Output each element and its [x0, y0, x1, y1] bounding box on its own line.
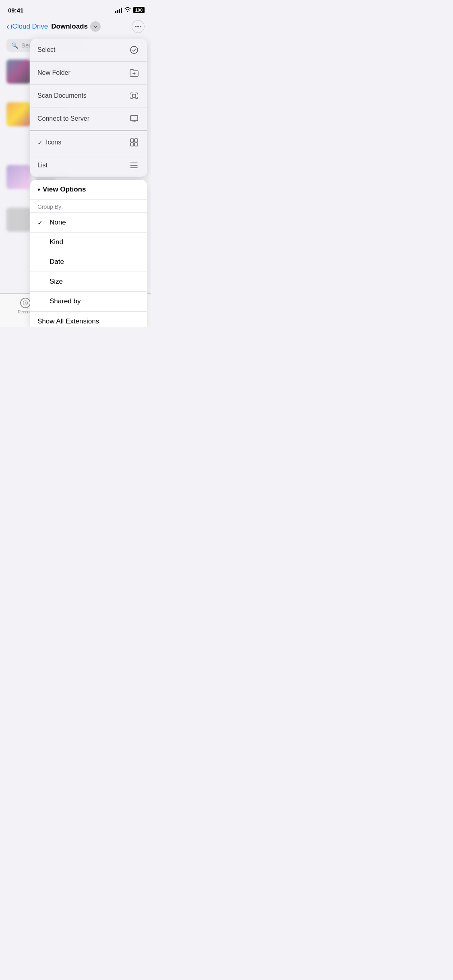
battery-icon: 100 — [133, 7, 145, 13]
vo-item-size-label: Size — [50, 278, 63, 286]
ellipsis-icon — [135, 26, 141, 27]
menu-item-list-label: List — [37, 162, 48, 169]
menu-item-scan-label: Scan Documents — [37, 92, 87, 99]
menu-item-connect-to-server[interactable]: Connect to Server — [30, 107, 147, 130]
vo-item-none-label: None — [50, 218, 66, 226]
vo-item-show-all-extensions[interactable]: Show All Extensions — [30, 311, 147, 327]
none-checkmark: ✓ — [37, 219, 46, 226]
svg-point-0 — [130, 46, 138, 54]
grid-icon — [128, 137, 140, 148]
signal-bars-icon — [115, 8, 122, 13]
menu-item-new-folder[interactable]: New Folder — [30, 62, 147, 84]
nav-dropdown-button[interactable] — [90, 21, 101, 32]
menu-upper-section: Select New Folder Scan Documents — [30, 39, 147, 177]
vo-item-date[interactable]: Date — [30, 252, 147, 272]
svg-rect-1 — [132, 94, 136, 97]
menu-item-scan-documents[interactable]: Scan Documents — [30, 84, 147, 107]
svg-rect-3 — [130, 139, 134, 142]
svg-rect-2 — [130, 115, 138, 121]
show-all-extensions-label: Show All Extensions — [37, 317, 99, 325]
svg-rect-6 — [134, 143, 138, 146]
wifi-icon — [124, 7, 131, 13]
menu-item-icons-left: ✓ Icons — [37, 139, 61, 146]
vo-item-none[interactable]: ✓ None — [30, 213, 147, 233]
vo-item-shared-by-label: Shared by — [50, 297, 81, 305]
menu-item-new-folder-label: New Folder — [37, 69, 70, 76]
view-options-chevron-icon: ▾ — [37, 186, 40, 193]
chevron-down-icon — [93, 25, 97, 28]
vo-item-kind-label: Kind — [50, 238, 63, 246]
menu-item-connect-label: Connect to Server — [37, 115, 89, 122]
vo-item-shared-by[interactable]: Shared by — [30, 292, 147, 311]
circle-check-icon — [128, 44, 140, 56]
view-options-label: View Options — [43, 185, 86, 194]
more-options-button[interactable] — [132, 20, 145, 33]
view-options-header[interactable]: ▾ View Options — [30, 180, 147, 200]
svg-rect-5 — [130, 143, 134, 146]
vo-item-date-label: Date — [50, 258, 64, 266]
menu-item-select[interactable]: Select — [30, 39, 147, 62]
list-icon — [128, 160, 140, 171]
menu-item-icons[interactable]: ✓ Icons — [30, 131, 147, 154]
menu-item-select-label: Select — [37, 46, 55, 54]
menu-item-icons-label: Icons — [46, 139, 61, 146]
monitor-icon — [128, 113, 140, 124]
view-options-section: ▾ View Options Group By: ✓ None Kind Dat… — [30, 180, 147, 327]
svg-point-8 — [130, 165, 130, 166]
svg-rect-4 — [134, 139, 138, 142]
scan-icon — [128, 90, 140, 101]
dropdown-menu: Select New Folder Scan Documents — [26, 39, 151, 327]
menu-item-list[interactable]: List — [30, 154, 147, 177]
svg-point-7 — [130, 163, 130, 163]
group-by-label: Group By: — [30, 200, 147, 213]
vo-item-size[interactable]: Size — [30, 272, 147, 292]
icons-checkmark: ✓ — [37, 139, 43, 146]
status-icons: 100 — [115, 7, 145, 13]
vo-item-kind[interactable]: Kind — [30, 233, 147, 252]
svg-point-9 — [130, 167, 130, 168]
folder-plus-icon — [128, 67, 140, 78]
